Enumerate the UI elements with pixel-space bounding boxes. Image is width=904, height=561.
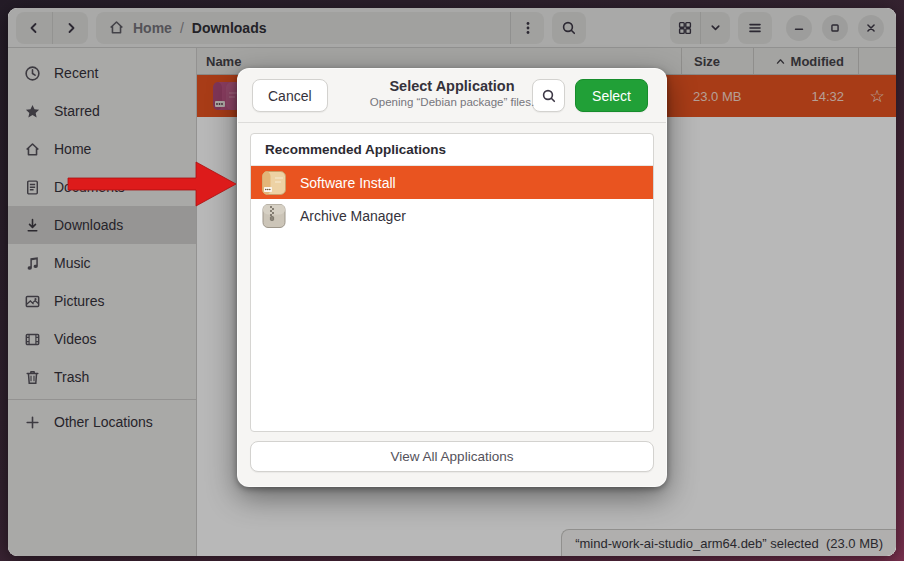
dialog-header: Cancel Select Application Opening “Debia… — [238, 69, 666, 123]
app-name: Archive Manager — [300, 208, 406, 224]
dialog-title-box: Select Application Opening “Debian packa… — [332, 78, 572, 108]
app-row-software-install[interactable]: Software Install — [251, 166, 653, 199]
recommended-section-header: Recommended Applications — [251, 134, 653, 166]
app-name: Software Install — [300, 175, 396, 191]
app-row-archive-manager[interactable]: Archive Manager — [251, 199, 653, 232]
select-button[interactable]: Select — [575, 79, 648, 112]
cancel-button[interactable]: Cancel — [252, 79, 328, 112]
select-application-dialog: Cancel Select Application Opening “Debia… — [237, 68, 667, 487]
archive-manager-icon — [261, 203, 287, 229]
application-list: Recommended Applications Software Instal… — [250, 133, 654, 432]
view-all-applications-button[interactable]: View All Applications — [250, 441, 654, 472]
dialog-title: Select Application — [332, 78, 572, 94]
software-install-icon — [261, 170, 287, 196]
dialog-subtitle: Opening “Debian package” files. — [332, 96, 572, 108]
